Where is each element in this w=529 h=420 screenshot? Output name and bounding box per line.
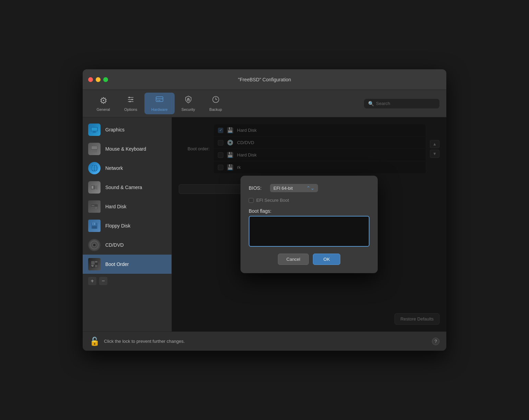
svg-rect-43 xyxy=(91,261,95,265)
sound-camera-icon xyxy=(88,181,101,194)
cancel-button[interactable]: Cancel xyxy=(278,254,309,265)
svg-rect-46 xyxy=(95,265,97,267)
svg-rect-16 xyxy=(92,132,96,133)
bottom-bar: 🔓 Click the lock to prevent further chan… xyxy=(83,331,446,351)
floppy-disk-icon xyxy=(88,220,101,232)
search-input[interactable] xyxy=(376,101,435,106)
security-label: Security xyxy=(181,107,195,112)
graphics-icon xyxy=(88,124,101,136)
efi-secure-boot-row[interactable]: EFI Secure Boot xyxy=(249,198,369,203)
tab-security[interactable]: Security xyxy=(175,93,202,114)
svg-rect-28 xyxy=(92,186,93,189)
sidebar-item-boot-order[interactable]: Boot Order xyxy=(83,255,172,274)
bios-dialog: BIOS: EFI 64-bit ⌃⌄ EFI Secure Boot Boot… xyxy=(240,176,378,273)
boot-flags-input[interactable] xyxy=(249,216,369,247)
mouse-keyboard-icon xyxy=(88,143,101,155)
content-area: Boot order: ✓ 💾 Hard Disk 💿 CD/DVD xyxy=(172,117,446,331)
svg-point-11 xyxy=(188,98,189,100)
hard-disk-icon xyxy=(88,200,101,213)
svg-point-32 xyxy=(96,208,96,208)
ok-button[interactable]: OK xyxy=(313,254,340,265)
sidebar-item-hard-disk[interactable]: Hard Disk xyxy=(83,197,172,216)
graphics-label: Graphics xyxy=(105,127,125,132)
hard-disk-label: Hard Disk xyxy=(105,204,126,209)
search-icon: 🔍 xyxy=(368,101,374,106)
svg-rect-36 xyxy=(93,223,94,225)
window-controls xyxy=(88,77,108,82)
mouse-keyboard-label: Mouse & Keyboard xyxy=(105,146,146,152)
tab-hardware[interactable]: Hardware xyxy=(144,93,175,114)
close-button[interactable] xyxy=(88,77,93,82)
general-icon: ⚙ xyxy=(99,95,107,106)
add-button[interactable]: + xyxy=(88,277,96,285)
bios-row: BIOS: EFI 64-bit ⌃⌄ xyxy=(249,184,369,192)
remove-button[interactable]: − xyxy=(99,277,107,285)
title-bar: "FreeBSD" Configuration xyxy=(83,69,446,90)
sidebar: Graphics Mouse & Keyboard xyxy=(83,117,172,331)
svg-rect-44 xyxy=(95,261,97,262)
sound-camera-label: Sound & Camera xyxy=(105,185,142,190)
svg-rect-15 xyxy=(93,131,96,132)
general-label: General xyxy=(96,107,110,112)
bios-label: BIOS: xyxy=(249,185,266,191)
minimize-button[interactable] xyxy=(96,77,101,82)
floppy-disk-label: Floppy Disk xyxy=(105,223,130,229)
main-window: "FreeBSD" Configuration ⚙ General Option… xyxy=(83,69,446,351)
main-content: Graphics Mouse & Keyboard xyxy=(83,117,446,331)
boot-flags-label: Boot flags: xyxy=(249,208,369,214)
backup-label: Backup xyxy=(209,107,222,112)
efi-secure-boot-label: EFI Secure Boot xyxy=(256,198,289,203)
tab-backup[interactable]: Backup xyxy=(202,93,230,114)
sidebar-item-cddvd[interactable]: CD/DVD xyxy=(83,235,172,255)
sidebar-item-graphics[interactable]: Graphics xyxy=(83,120,172,139)
hardware-icon xyxy=(155,95,164,106)
sidebar-item-network[interactable]: Network xyxy=(83,159,172,178)
lock-icon[interactable]: 🔓 xyxy=(90,337,100,346)
modal-buttons: Cancel OK xyxy=(249,254,369,265)
efi-secure-boot-checkbox[interactable] xyxy=(249,198,254,203)
cddvd-icon xyxy=(88,239,101,251)
svg-rect-18 xyxy=(92,146,97,149)
svg-rect-9 xyxy=(159,100,160,101)
sidebar-controls: + − xyxy=(83,274,172,288)
hardware-label: Hardware xyxy=(151,107,168,112)
network-label: Network xyxy=(105,165,123,171)
boot-flags-section: Boot flags: xyxy=(249,208,369,248)
svg-point-41 xyxy=(94,244,95,246)
sidebar-item-sound-camera[interactable]: Sound & Camera xyxy=(83,178,172,197)
bios-select[interactable]: EFI 64-bit ⌃⌄ xyxy=(270,184,318,192)
svg-point-3 xyxy=(129,97,130,98)
svg-rect-33 xyxy=(92,205,94,206)
network-icon xyxy=(88,162,101,174)
security-icon xyxy=(184,95,192,106)
window-title: "FreeBSD" Configuration xyxy=(238,77,291,82)
maximize-button[interactable] xyxy=(103,77,108,82)
svg-marker-27 xyxy=(95,185,97,190)
bios-dropdown-arrow: ⌃⌄ xyxy=(306,185,315,191)
tab-options[interactable]: Options xyxy=(117,93,144,114)
search-box[interactable]: 🔍 xyxy=(364,99,439,108)
bios-select-value: EFI 64-bit xyxy=(273,186,304,191)
backup-icon xyxy=(212,95,220,106)
boot-order-label: Boot Order xyxy=(105,261,129,267)
svg-point-4 xyxy=(131,99,133,100)
tab-general[interactable]: ⚙ General xyxy=(90,93,117,114)
svg-point-5 xyxy=(129,101,131,102)
svg-rect-8 xyxy=(157,100,158,101)
svg-rect-37 xyxy=(92,226,97,229)
help-button[interactable]: ? xyxy=(432,338,439,345)
options-icon xyxy=(127,95,135,106)
sidebar-item-floppy-disk[interactable]: Floppy Disk xyxy=(83,216,172,235)
svg-rect-19 xyxy=(92,150,97,152)
svg-rect-14 xyxy=(92,128,97,131)
svg-rect-35 xyxy=(92,223,95,225)
sidebar-item-mouse-keyboard[interactable]: Mouse & Keyboard xyxy=(83,139,172,159)
lock-text: Click the lock to prevent further change… xyxy=(104,339,428,344)
svg-rect-30 xyxy=(91,207,98,209)
boot-order-icon xyxy=(88,258,101,270)
toolbar: ⚙ General Options Hardware xyxy=(83,90,446,117)
modal-overlay: BIOS: EFI 64-bit ⌃⌄ EFI Secure Boot Boot… xyxy=(172,117,446,331)
cddvd-label: CD/DVD xyxy=(105,242,124,248)
options-label: Options xyxy=(124,107,137,112)
